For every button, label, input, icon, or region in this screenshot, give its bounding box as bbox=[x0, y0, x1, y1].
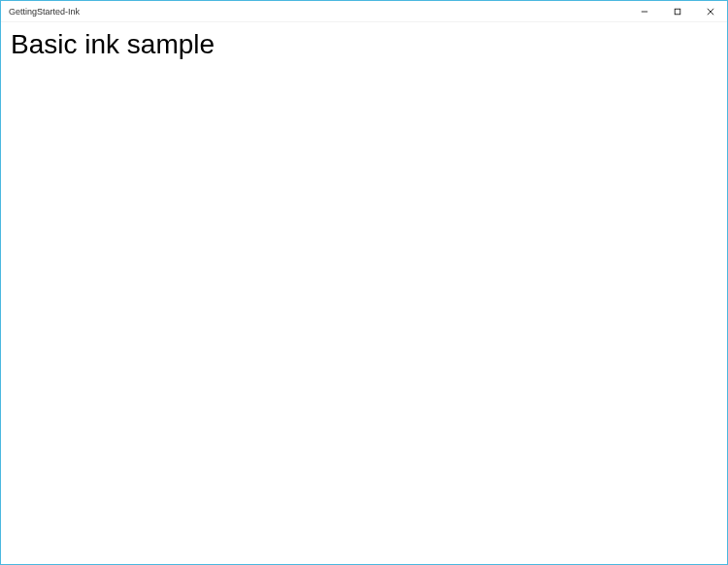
maximize-icon bbox=[674, 4, 681, 18]
client-area: Basic ink sample bbox=[1, 22, 727, 564]
app-window: GettingStarted-Ink Basic ink sample bbox=[0, 0, 728, 565]
minimize-button[interactable] bbox=[628, 1, 661, 21]
minimize-icon bbox=[641, 4, 648, 18]
window-title: GettingStarted-Ink bbox=[9, 7, 80, 17]
maximize-button[interactable] bbox=[661, 1, 694, 21]
close-button[interactable] bbox=[694, 1, 727, 21]
titlebar: GettingStarted-Ink bbox=[1, 1, 727, 22]
ink-canvas[interactable] bbox=[1, 71, 727, 564]
close-icon bbox=[707, 4, 714, 18]
svg-rect-1 bbox=[675, 9, 680, 15]
page-title: Basic ink sample bbox=[11, 28, 717, 61]
window-controls bbox=[628, 1, 727, 21]
